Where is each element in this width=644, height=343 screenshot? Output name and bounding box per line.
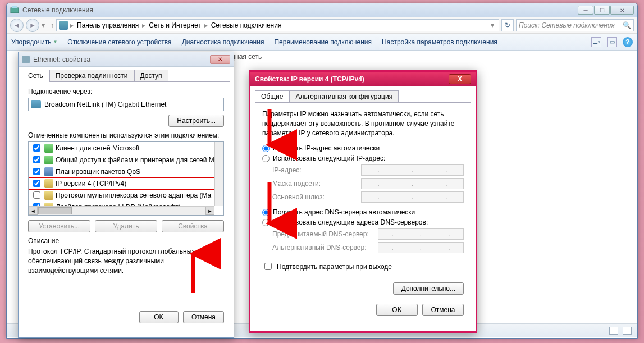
view-icon[interactable]: ☰▾	[591, 37, 601, 47]
ip-close-button[interactable]: X	[449, 74, 471, 84]
component-checkbox[interactable]	[33, 144, 40, 152]
search-placeholder: Поиск: Сетевые подключения	[519, 21, 615, 29]
toolbar-rename[interactable]: Переименование подключения	[274, 38, 372, 46]
nav-row: ◄ ► ▾ ↑ ▸ Панель управления ▸ Сеть и Инт…	[7, 17, 637, 34]
horizontal-scrollbar[interactable]: ◄►	[29, 206, 214, 215]
maximize-button[interactable]: ☐	[594, 6, 610, 15]
radio-auto-dns[interactable]: Получить адрес DNS-сервера автоматически	[262, 208, 464, 216]
radio-auto-ip[interactable]: Получить IP-адрес автоматически	[262, 144, 464, 152]
preview-pane-icon[interactable]: ▭	[607, 37, 617, 47]
advanced-button[interactable]: Дополнительно...	[393, 282, 464, 295]
connect-via-label: Подключение через:	[28, 88, 224, 95]
crumb-network[interactable]: Сеть и Интернет	[148, 21, 202, 29]
radio-manual-dns-input[interactable]	[262, 219, 270, 226]
gateway-label: Основной шлюз:	[272, 193, 357, 201]
subnet-mask-input: ...	[361, 178, 464, 189]
ip-address-input: ...	[361, 164, 464, 176]
ip-intro-text: Параметры IP можно назначать автоматичес…	[262, 109, 464, 138]
dns1-label: Предпочитаемый DNS-сервер:	[272, 230, 373, 238]
remove-button[interactable]: Удалить	[95, 220, 157, 232]
component-row-ipv4: IP версии 4 (TCP/IPv4)	[29, 177, 223, 189]
eth-dialog-icon	[22, 56, 30, 63]
tab-alternative[interactable]: Альтернативная конфигурация	[289, 90, 399, 103]
search-icon[interactable]: 🔍	[623, 21, 631, 29]
crumb-connections[interactable]: Сетевые подключения	[210, 21, 283, 29]
dns2-input: ...	[378, 242, 464, 253]
toolbar-disable[interactable]: Отключение сетевого устройства	[67, 38, 171, 46]
partial-item-label: дная сеть	[231, 53, 262, 61]
gateway-input: ...	[361, 191, 464, 203]
qos-icon	[44, 167, 53, 176]
up-button[interactable]: ↑	[51, 21, 54, 29]
history-dropdown[interactable]: ▾	[42, 21, 48, 29]
window-icon	[10, 6, 19, 15]
ip-titlebar[interactable]: Свойства: IP версии 4 (TCP/IPv4) X	[250, 72, 476, 86]
component-checkbox[interactable]	[33, 156, 40, 163]
component-row: Клиент для сетей Microsoft	[29, 142, 223, 154]
eth-cancel-button[interactable]: Отмена	[183, 311, 224, 323]
adapter-icon	[31, 100, 41, 108]
ethernet-properties-dialog: Ethernet: свойства ✕ Сеть Проверка подли…	[18, 52, 234, 338]
vertical-scrollbar[interactable]	[214, 142, 223, 206]
radio-manual-ip-input[interactable]	[262, 155, 270, 162]
eth-close-button[interactable]: ✕	[210, 55, 230, 64]
icons-view-icon[interactable]	[623, 327, 632, 335]
ip-ok-button[interactable]: OK	[376, 304, 418, 316]
ipv4-properties-dialog: Свойства: IP версии 4 (TCP/IPv4) X Общие…	[249, 70, 477, 333]
toolbar-diagnose[interactable]: Диагностика подключения	[182, 38, 264, 46]
component-checkbox[interactable]	[33, 215, 40, 216]
window-title: Сетевые подключения	[22, 6, 93, 14]
description-text: Протокол TCP/IP. Стандартный протокол гл…	[28, 247, 224, 275]
eth-ok-button[interactable]: OK	[139, 311, 179, 323]
radio-manual-ip[interactable]: Использовать следующий IP-адрес:	[262, 154, 464, 162]
client-icon	[44, 144, 53, 153]
eth-title-text: Ethernet: свойства	[33, 56, 90, 63]
crumb-control-panel[interactable]: Панель управления	[76, 21, 140, 29]
dns2-label: Альтернативный DNS-сервер:	[272, 244, 373, 251]
minimize-button[interactable]: ─	[578, 6, 593, 15]
components-list[interactable]: Клиент для сетей Microsoft Общий доступ …	[28, 141, 224, 216]
radio-manual-dns[interactable]: Использовать следующие адреса DNS-сервер…	[262, 218, 464, 226]
configure-button[interactable]: Настроить...	[168, 115, 224, 127]
toolbar-settings[interactable]: Настройка параметров подключения	[382, 38, 497, 46]
toolbar: Упорядочить▼ Отключение сетевого устройс…	[7, 34, 637, 51]
component-row: Общий доступ к файлам и принтерам для се…	[29, 154, 223, 166]
protocol-icon	[44, 179, 53, 188]
close-button[interactable]: ✕	[610, 6, 634, 15]
tab-network[interactable]: Сеть	[22, 70, 49, 82]
main-titlebar[interactable]: Сетевые подключения ─ ☐ ✕	[7, 3, 637, 17]
protocol-icon	[44, 191, 53, 200]
back-button[interactable]: ◄	[10, 19, 24, 32]
eth-titlebar[interactable]: Ethernet: свойства ✕	[19, 52, 234, 67]
component-checkbox[interactable]	[33, 191, 40, 199]
subnet-mask-label: Маска подсети:	[272, 180, 357, 187]
ip-cancel-button[interactable]: Отмена	[422, 304, 464, 316]
components-label: Отмеченные компоненты используются этим …	[28, 131, 224, 139]
component-checkbox[interactable]	[33, 168, 40, 175]
breadcrumb-icon	[59, 21, 68, 30]
svg-rect-1	[12, 6, 17, 8]
toolbar-organize[interactable]: Упорядочить▼	[11, 38, 57, 46]
tab-access[interactable]: Доступ	[134, 70, 168, 82]
svg-rect-0	[11, 8, 19, 13]
component-row: Протокол мультиплексора сетевого адаптер…	[29, 189, 223, 201]
details-view-icon[interactable]	[609, 327, 618, 335]
refresh-button[interactable]: ↻	[501, 19, 514, 31]
install-button[interactable]: Установить...	[28, 220, 90, 232]
component-checkbox[interactable]	[33, 180, 40, 187]
search-input[interactable]: Поиск: Сетевые подключения 🔍	[516, 19, 634, 31]
dns1-input: ...	[378, 228, 464, 240]
description-title: Описание	[28, 237, 224, 245]
help-icon[interactable]: ?	[623, 37, 633, 47]
validate-checkbox[interactable]	[264, 263, 272, 270]
forward-button[interactable]: ►	[26, 19, 39, 32]
tab-auth[interactable]: Проверка подлинности	[49, 70, 134, 82]
breadcrumb[interactable]: ▸ Панель управления ▸ Сеть и Интернет ▸ …	[56, 19, 499, 31]
radio-auto-dns-input[interactable]	[262, 209, 270, 216]
properties-button[interactable]: Свойства	[162, 220, 224, 232]
radio-auto-ip-input[interactable]	[262, 145, 270, 152]
tab-general[interactable]: Общие	[255, 90, 289, 103]
service-icon	[44, 156, 53, 164]
validate-checkbox-row[interactable]: Подтвердить параметры при выходе	[262, 261, 464, 272]
component-row: Планировщик пакетов QoS	[29, 166, 223, 177]
